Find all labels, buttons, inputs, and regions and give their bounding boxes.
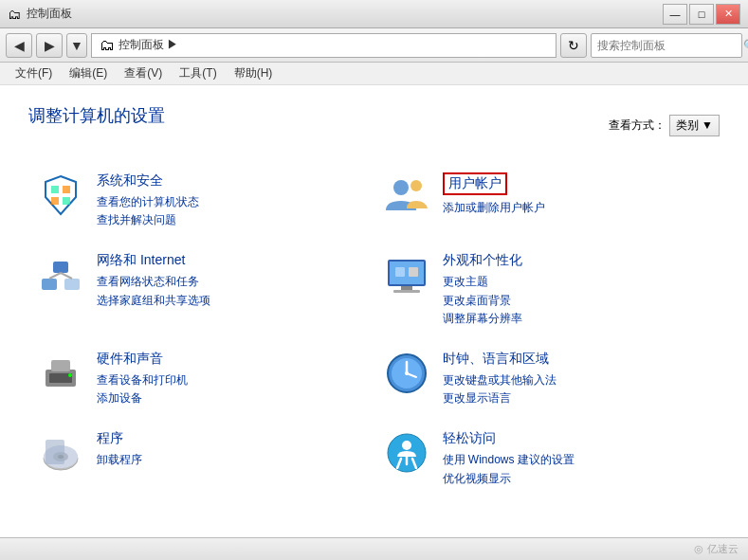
svg-rect-31 xyxy=(46,440,64,464)
sound-icon xyxy=(38,351,83,396)
main-content: 调整计算机的设置 查看方式： 类别 ▼ xyxy=(0,85,748,537)
menu-file[interactable]: 文件(F) xyxy=(8,63,60,83)
network-internet-link-1[interactable]: 查看网络状态和任务 xyxy=(97,273,365,291)
users-icon xyxy=(384,172,429,218)
network-internet-title[interactable]: 网络和 Internet xyxy=(97,252,365,269)
title-bar: 🗂 控制面板 — □ ✕ xyxy=(0,0,748,28)
svg-rect-8 xyxy=(64,279,80,290)
svg-rect-1 xyxy=(51,186,59,193)
forward-button[interactable]: ▶ xyxy=(36,33,63,58)
category-programs: 程序 卸载程序 xyxy=(28,419,374,498)
menu-tools[interactable]: 工具(T) xyxy=(172,63,224,83)
back-icon: ◀ xyxy=(14,38,25,53)
minimize-button[interactable]: — xyxy=(663,4,687,25)
category-user-accounts: 用户帐户 添加或删除用户帐户 xyxy=(374,161,721,241)
dropdown-icon: ▼ xyxy=(70,38,83,53)
hardware-sound-title[interactable]: 硬件和声音 xyxy=(97,351,365,368)
forward-icon: ▶ xyxy=(45,38,55,53)
system-security-link-2[interactable]: 查找并解决问题 xyxy=(97,211,365,229)
accessibility-title[interactable]: 轻松访问 xyxy=(443,430,711,447)
menu-edit[interactable]: 编辑(E) xyxy=(62,63,115,83)
category-appearance: 外观和个性化 更改主题 更改桌面背景 调整屏幕分辨率 xyxy=(374,241,721,339)
svg-rect-15 xyxy=(393,290,420,293)
svg-rect-9 xyxy=(53,262,68,273)
menu-bar: 文件(F) 编辑(E) 查看(V) 工具(T) 帮助(H) xyxy=(0,63,748,85)
svg-point-6 xyxy=(410,180,422,191)
svg-rect-17 xyxy=(409,267,418,277)
watermark: ◎ 亿速云 xyxy=(694,542,739,556)
categories-grid: 系统和安全 查看您的计算机状态 查找并解决问题 用户帐户 xyxy=(28,161,720,499)
page-title: 调整计算机的设置 xyxy=(28,104,165,127)
clock-language-link-2[interactable]: 更改显示语言 xyxy=(443,389,711,407)
menu-help[interactable]: 帮助(H) xyxy=(227,63,281,83)
programs-text: 程序 卸载程序 xyxy=(97,430,365,469)
accessibility-link-2[interactable]: 优化视频显示 xyxy=(443,470,711,488)
refresh-icon: ↻ xyxy=(568,38,579,53)
system-security-title[interactable]: 系统和安全 xyxy=(97,172,365,190)
breadcrumb: 控制面板 ▶ xyxy=(119,37,178,53)
search-input[interactable] xyxy=(597,39,739,52)
user-accounts-link-1[interactable]: 添加或删除用户帐户 xyxy=(443,199,711,217)
clock-icon xyxy=(384,351,429,396)
appearance-icon xyxy=(384,252,429,298)
svg-rect-2 xyxy=(63,186,70,193)
svg-marker-0 xyxy=(46,176,76,214)
user-accounts-text: 用户帐户 添加或删除用户帐户 xyxy=(443,172,711,217)
appearance-title[interactable]: 外观和个性化 xyxy=(443,252,711,269)
restore-button[interactable]: □ xyxy=(689,4,714,25)
status-bar: ◎ 亿速云 xyxy=(0,537,748,560)
svg-rect-7 xyxy=(42,279,57,290)
user-accounts-title[interactable]: 用户帐户 xyxy=(443,172,507,195)
svg-rect-20 xyxy=(51,360,70,371)
appearance-link-3[interactable]: 调整屏幕分辨率 xyxy=(443,310,711,328)
clock-language-text: 时钟、语言和区域 更改键盘或其他输入法 更改显示语言 xyxy=(443,351,711,407)
category-hardware-sound: 硬件和声音 查看设备和打印机 添加设备 xyxy=(28,339,374,419)
view-label: 查看方式： xyxy=(609,117,666,134)
menu-view[interactable]: 查看(V) xyxy=(117,63,170,83)
address-bar: ◀ ▶ ▼ 🗂 控制面板 ▶ ↻ 🔍 xyxy=(0,28,748,63)
clock-language-link-1[interactable]: 更改键盘或其他输入法 xyxy=(443,371,711,389)
svg-rect-3 xyxy=(51,197,59,205)
svg-point-21 xyxy=(68,373,72,377)
svg-rect-16 xyxy=(395,267,405,277)
programs-title[interactable]: 程序 xyxy=(97,430,365,447)
shield-icon xyxy=(38,172,83,218)
network-internet-link-2[interactable]: 选择家庭组和共享选项 xyxy=(97,292,365,310)
category-accessibility: 轻松访问 使用 Windows 建议的设置 优化视频显示 xyxy=(374,419,721,498)
svg-point-26 xyxy=(405,371,409,375)
view-control: 查看方式： 类别 ▼ xyxy=(609,115,720,136)
title-btn-group: — □ ✕ xyxy=(663,4,740,25)
hardware-sound-link-2[interactable]: 添加设备 xyxy=(97,389,365,407)
appearance-text: 外观和个性化 更改主题 更改桌面背景 调整屏幕分辨率 xyxy=(443,252,711,328)
view-mode-dropdown[interactable]: 类别 ▼ xyxy=(669,115,720,136)
appearance-link-2[interactable]: 更改桌面背景 xyxy=(443,292,711,310)
svg-rect-4 xyxy=(63,197,70,205)
system-security-link-1[interactable]: 查看您的计算机状态 xyxy=(97,193,365,211)
hardware-sound-link-1[interactable]: 查看设备和打印机 xyxy=(97,371,365,389)
address-field[interactable]: 🗂 控制面板 ▶ xyxy=(91,33,556,58)
svg-rect-13 xyxy=(390,262,424,284)
svg-line-10 xyxy=(49,273,61,279)
hardware-sound-text: 硬件和声音 查看设备和打印机 添加设备 xyxy=(97,351,365,407)
clock-language-title[interactable]: 时钟、语言和区域 xyxy=(443,351,711,368)
search-box[interactable]: 🔍 xyxy=(591,33,742,58)
appearance-link-1[interactable]: 更改主题 xyxy=(443,273,711,291)
svg-rect-14 xyxy=(401,286,412,290)
accessibility-text: 轻松访问 使用 Windows 建议的设置 优化视频显示 xyxy=(443,430,711,487)
category-clock-language: 时钟、语言和区域 更改键盘或其他输入法 更改显示语言 xyxy=(374,339,721,419)
program-icon xyxy=(38,430,83,476)
content-panel: 调整计算机的设置 查看方式： 类别 ▼ xyxy=(0,85,748,537)
svg-line-11 xyxy=(61,273,72,279)
watermark-text: 亿速云 xyxy=(707,542,739,556)
programs-link-1[interactable]: 卸载程序 xyxy=(97,451,365,469)
watermark-icon: ◎ xyxy=(694,543,703,555)
close-button[interactable]: ✕ xyxy=(716,4,740,25)
accessibility-link-1[interactable]: 使用 Windows 建议的设置 xyxy=(443,451,711,469)
category-system-security: 系统和安全 查看您的计算机状态 查找并解决问题 xyxy=(28,161,374,241)
dropdown-button[interactable]: ▼ xyxy=(66,33,87,58)
refresh-button[interactable]: ↻ xyxy=(560,33,587,58)
system-security-text: 系统和安全 查看您的计算机状态 查找并解决问题 xyxy=(97,172,365,229)
title-bar-left: 🗂 控制面板 xyxy=(8,6,72,22)
search-icon: 🔍 xyxy=(743,39,748,52)
back-button[interactable]: ◀ xyxy=(6,33,32,58)
